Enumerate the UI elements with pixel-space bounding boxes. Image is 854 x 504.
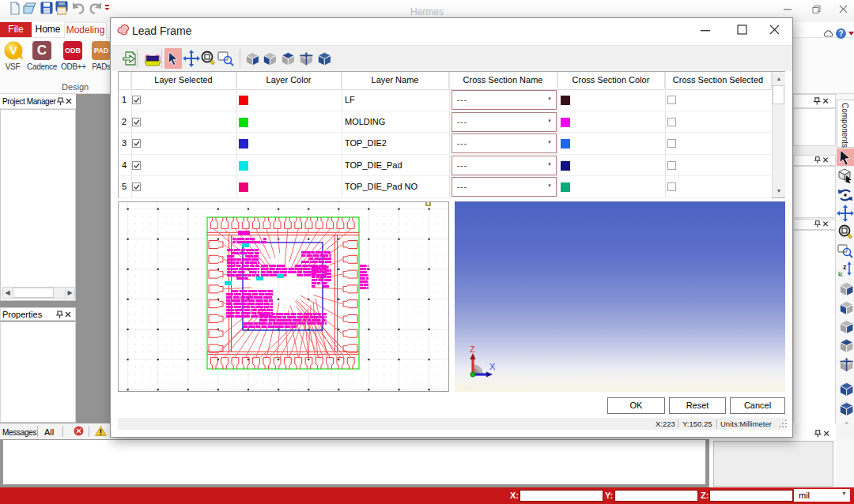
svg-text:z: z bbox=[843, 263, 847, 271]
svg-text:V: V bbox=[9, 44, 17, 57]
svg-text:Z: Z bbox=[470, 345, 475, 354]
svg-text:X: X bbox=[489, 362, 496, 371]
